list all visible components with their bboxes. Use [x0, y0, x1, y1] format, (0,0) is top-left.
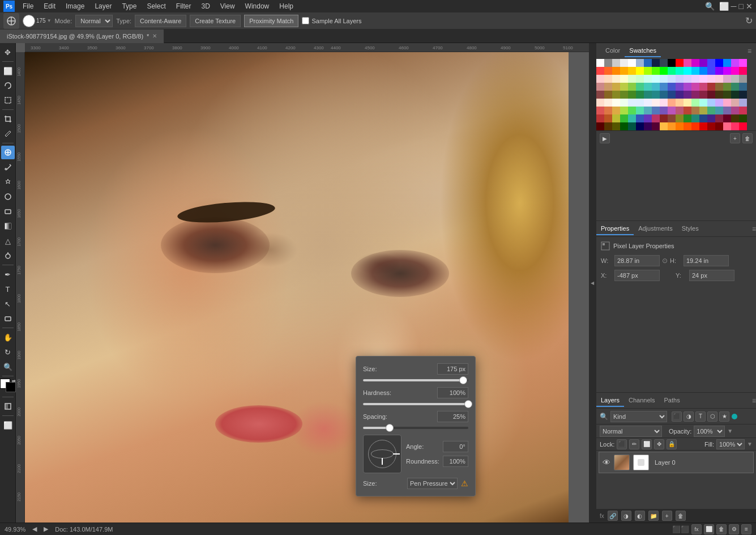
swatch-p11[interactable]	[676, 75, 684, 83]
swatch-g19[interactable]	[739, 114, 747, 122]
blend-mode-select[interactable]: Normal	[600, 426, 662, 437]
popup-size-slider[interactable]	[363, 379, 468, 381]
delete-status-btn[interactable]: 🗑	[716, 524, 727, 534]
swatch-h5[interactable]	[628, 122, 636, 130]
search-icon[interactable]: 🔍	[705, 2, 715, 11]
create-texture-btn[interactable]: Create Texture	[190, 15, 241, 27]
angle-dial[interactable]	[363, 435, 402, 473]
swatch-lgray[interactable]	[612, 59, 620, 67]
swatch-d3[interactable]	[612, 91, 620, 99]
swatch-h9[interactable]	[660, 122, 668, 130]
swatch-r3[interactable]	[612, 67, 620, 75]
swatch-e2[interactable]	[604, 99, 612, 107]
rotate-tool-icon[interactable]: ↻	[745, 16, 753, 26]
swatch-r16[interactable]	[715, 67, 723, 75]
swatch-p4[interactable]	[620, 75, 628, 83]
swatch-g18[interactable]	[731, 114, 739, 122]
swatch-e8[interactable]	[652, 99, 660, 107]
new-layer-status-btn[interactable]: ⬜	[704, 524, 714, 534]
layers-panel-menu-btn[interactable]: ≡	[752, 397, 756, 405]
popup-roundness-input[interactable]	[443, 456, 468, 467]
swatch-g13[interactable]	[691, 114, 699, 122]
swatch-f19[interactable]	[739, 107, 747, 114]
swatch-e6[interactable]	[636, 99, 644, 107]
swatch-r1[interactable]	[596, 67, 604, 75]
canvas-area[interactable]: 3300 3400 3500 3600 3700 3800 3900 4000 …	[16, 43, 589, 523]
clone-tool-btn[interactable]	[1, 175, 15, 189]
swatch-p15[interactable]	[707, 75, 715, 83]
brush-size-picker[interactable]: 175 ▼	[23, 15, 52, 27]
popup-spacing-thumb[interactable]	[386, 424, 394, 432]
swatch-p18[interactable]	[731, 75, 739, 83]
canvas-content[interactable]: Size: Hardness:	[25, 52, 589, 523]
proximity-match-btn[interactable]: Proximity Match	[244, 15, 298, 27]
swatch-r8[interactable]	[652, 67, 660, 75]
swatch-m5[interactable]	[628, 83, 636, 91]
swatch-d2[interactable]	[604, 91, 612, 99]
swatch-e4[interactable]	[620, 99, 628, 107]
fill-arrow[interactable]: ▼	[747, 441, 753, 447]
swatch-f14[interactable]	[699, 107, 707, 114]
swatch-f9[interactable]	[660, 107, 668, 114]
swatch-e14[interactable]	[699, 99, 707, 107]
menu-help[interactable]: Help	[275, 1, 298, 11]
swatch-f6[interactable]	[636, 107, 644, 114]
swatch-h12[interactable]	[684, 122, 691, 130]
tab-styles[interactable]: Styles	[677, 223, 703, 235]
swatch-xlgray[interactable]	[620, 59, 628, 67]
swatch-d10[interactable]	[668, 91, 676, 99]
swatch-f13[interactable]	[691, 107, 699, 114]
swatch-purple[interactable]	[699, 59, 707, 67]
swatch-p9[interactable]	[660, 75, 668, 83]
popup-size-control-select[interactable]: Pen Pressure	[407, 478, 458, 489]
swatch-g1[interactable]	[596, 114, 604, 122]
swatch-g16[interactable]	[715, 114, 723, 122]
shape-tool-btn[interactable]	[1, 312, 15, 325]
swatch-p5[interactable]	[628, 75, 636, 83]
swatch-h3[interactable]	[612, 122, 620, 130]
swatch-d1[interactable]	[596, 91, 604, 99]
swatch-p16[interactable]	[715, 75, 723, 83]
swatch-g7[interactable]	[644, 114, 652, 122]
swatch-d5[interactable]	[628, 91, 636, 99]
effects-btn[interactable]: fx	[691, 524, 702, 534]
sample-all-layers-checkbox[interactable]: Sample All Layers	[302, 17, 361, 24]
swatch-e3[interactable]	[612, 99, 620, 107]
menu-window[interactable]: Window	[241, 1, 274, 11]
lock-transparency-btn[interactable]: ⬛	[617, 439, 627, 449]
swatch-fuchsia[interactable]	[739, 59, 747, 67]
swatch-f4[interactable]	[620, 107, 628, 114]
swatch-e11[interactable]	[676, 99, 684, 107]
swatch-blue[interactable]	[715, 59, 723, 67]
swatch-m15[interactable]	[707, 83, 715, 91]
swatch-f12[interactable]	[684, 107, 691, 114]
tab-swatches[interactable]: Swatches	[625, 45, 661, 57]
layer-filter-type-btn[interactable]: T	[695, 411, 706, 422]
swatch-m10[interactable]	[668, 83, 676, 91]
swatch-m16[interactable]	[715, 83, 723, 91]
tab-adjustments[interactable]: Adjustments	[634, 223, 677, 235]
swatch-p7[interactable]	[644, 75, 652, 83]
tab-paths[interactable]: Paths	[660, 394, 685, 407]
swatch-g14[interactable]	[699, 114, 707, 122]
swatch-black[interactable]	[668, 59, 676, 67]
document-tab[interactable]: iStock-908779154.jpg @ 49.9% (Layer 0, R…	[0, 29, 164, 43]
add-adjustment-btn[interactable]: ◐	[635, 511, 645, 521]
eyedropper-tool-btn[interactable]	[1, 127, 15, 141]
tab-properties[interactable]: Properties	[596, 223, 634, 235]
swatch-h1[interactable]	[596, 122, 604, 130]
swatch-white[interactable]	[596, 59, 604, 67]
quick-mask-btn[interactable]	[1, 400, 15, 413]
swatch-r18[interactable]	[731, 67, 739, 75]
swatch-e17[interactable]	[723, 99, 731, 107]
opacity-arrow[interactable]: ▼	[727, 428, 733, 434]
menu-layer[interactable]: Layer	[90, 1, 116, 11]
swatch-h13[interactable]	[691, 122, 699, 130]
swatch-g5[interactable]	[628, 114, 636, 122]
swatch-f11[interactable]	[676, 107, 684, 114]
swatch-e19[interactable]	[739, 99, 747, 107]
swatch-e13[interactable]	[691, 99, 699, 107]
swatch-g4[interactable]	[620, 114, 628, 122]
panel-collapse-handle[interactable]: ◀	[589, 43, 596, 523]
popup-size-thumb[interactable]	[459, 376, 467, 384]
